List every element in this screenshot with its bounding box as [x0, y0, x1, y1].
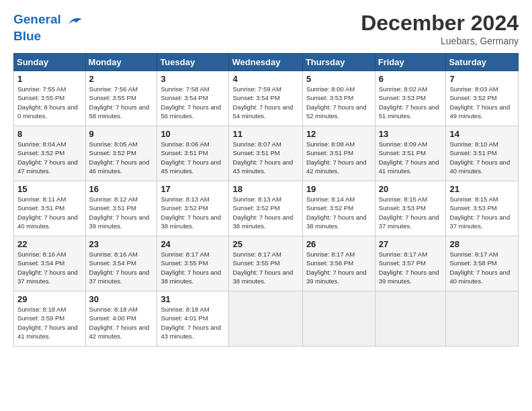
day-number: 11: [232, 129, 298, 139]
day-info: Sunrise: 8:13 AMSunset: 3:52 PMDaylight:…: [232, 195, 298, 230]
day-number: 6: [379, 74, 443, 84]
day-number: 18: [232, 184, 298, 194]
calendar-cell: 25Sunrise: 8:17 AMSunset: 3:55 PMDayligh…: [229, 236, 302, 291]
calendar-cell: 31Sunrise: 8:18 AMSunset: 4:01 PMDayligh…: [157, 291, 229, 347]
day-number: 16: [89, 184, 154, 194]
day-number: 27: [379, 239, 443, 249]
calendar-cell: 9Sunrise: 8:05 AMSunset: 3:52 PMDaylight…: [85, 126, 157, 181]
day-info: Sunrise: 8:18 AMSunset: 4:01 PMDaylight:…: [161, 305, 225, 340]
day-number: 4: [232, 74, 298, 84]
day-info: Sunrise: 8:07 AMSunset: 3:51 PMDaylight:…: [232, 140, 298, 175]
weekday-header-friday: Friday: [375, 54, 446, 71]
calendar-cell: 24Sunrise: 8:17 AMSunset: 3:55 PMDayligh…: [157, 236, 229, 291]
day-info: Sunrise: 8:14 AMSunset: 3:52 PMDaylight:…: [306, 195, 371, 230]
calendar-cell: 13Sunrise: 8:09 AMSunset: 3:51 PMDayligh…: [375, 126, 446, 181]
calendar-cell: [375, 291, 446, 347]
day-number: 31: [161, 294, 225, 304]
day-number: 22: [17, 239, 82, 249]
calendar-cell: 6Sunrise: 8:02 AMSunset: 3:53 PMDaylight…: [375, 71, 446, 126]
calendar-cell: [302, 291, 375, 347]
title-block: December 2024 Luebars, Germany: [361, 11, 519, 46]
calendar-cell: 21Sunrise: 8:15 AMSunset: 3:53 PMDayligh…: [446, 181, 519, 236]
day-number: 5: [306, 74, 371, 84]
day-number: 13: [379, 129, 443, 139]
location: Luebars, Germany: [361, 36, 519, 46]
day-info: Sunrise: 8:17 AMSunset: 3:56 PMDaylight:…: [306, 250, 371, 285]
calendar-cell: 1Sunrise: 7:55 AMSunset: 3:55 PMDaylight…: [14, 71, 86, 126]
day-number: 14: [449, 129, 515, 139]
day-info: Sunrise: 8:11 AMSunset: 3:51 PMDaylight:…: [17, 195, 82, 230]
calendar-cell: 14Sunrise: 8:10 AMSunset: 3:51 PMDayligh…: [446, 126, 519, 181]
header: General Blue December 2024 Luebars, Germ…: [13, 11, 519, 46]
logo: General Blue: [13, 11, 85, 44]
logo-bird-icon: [66, 11, 85, 30]
day-info: Sunrise: 7:55 AMSunset: 3:55 PMDaylight:…: [17, 85, 82, 120]
day-number: 28: [449, 239, 515, 249]
day-info: Sunrise: 8:16 AMSunset: 3:54 PMDaylight:…: [17, 250, 82, 285]
calendar-cell: 7Sunrise: 8:03 AMSunset: 3:52 PMDaylight…: [446, 71, 519, 126]
weekday-header-tuesday: Tuesday: [157, 54, 229, 71]
calendar-cell: 30Sunrise: 8:18 AMSunset: 4:00 PMDayligh…: [85, 291, 157, 347]
day-number: 25: [232, 239, 298, 249]
calendar-cell: 18Sunrise: 8:13 AMSunset: 3:52 PMDayligh…: [229, 181, 302, 236]
day-number: 30: [89, 294, 154, 304]
calendar-cell: 4Sunrise: 7:59 AMSunset: 3:54 PMDaylight…: [229, 71, 302, 126]
calendar-cell: 26Sunrise: 8:17 AMSunset: 3:56 PMDayligh…: [302, 236, 375, 291]
calendar-table: SundayMondayTuesdayWednesdayThursdayFrid…: [13, 53, 519, 347]
logo-blue: Blue: [13, 30, 85, 44]
day-number: 21: [449, 184, 515, 194]
day-info: Sunrise: 7:58 AMSunset: 3:54 PMDaylight:…: [161, 85, 225, 120]
day-number: 2: [89, 74, 154, 84]
weekday-header-sunday: Sunday: [14, 54, 86, 71]
calendar-cell: 29Sunrise: 8:18 AMSunset: 3:59 PMDayligh…: [14, 291, 86, 347]
calendar-cell: [229, 291, 302, 347]
day-number: 3: [161, 74, 225, 84]
day-info: Sunrise: 7:56 AMSunset: 3:55 PMDaylight:…: [89, 85, 154, 120]
day-number: 1: [17, 74, 82, 84]
calendar-cell: 8Sunrise: 8:04 AMSunset: 3:52 PMDaylight…: [14, 126, 86, 181]
logo-general: General: [13, 12, 61, 26]
calendar-cell: 17Sunrise: 8:13 AMSunset: 3:52 PMDayligh…: [157, 181, 229, 236]
calendar-cell: 3Sunrise: 7:58 AMSunset: 3:54 PMDaylight…: [157, 71, 229, 126]
day-info: Sunrise: 8:12 AMSunset: 3:51 PMDaylight:…: [89, 195, 154, 230]
day-info: Sunrise: 8:13 AMSunset: 3:52 PMDaylight:…: [161, 195, 225, 230]
calendar-cell: 23Sunrise: 8:16 AMSunset: 3:54 PMDayligh…: [85, 236, 157, 291]
day-number: 12: [306, 129, 371, 139]
day-info: Sunrise: 8:15 AMSunset: 3:53 PMDaylight:…: [449, 195, 515, 230]
month-title: December 2024: [361, 11, 519, 36]
calendar-cell: 2Sunrise: 7:56 AMSunset: 3:55 PMDaylight…: [85, 71, 157, 126]
day-number: 19: [306, 184, 371, 194]
day-info: Sunrise: 8:17 AMSunset: 3:57 PMDaylight:…: [379, 250, 443, 285]
day-info: Sunrise: 8:10 AMSunset: 3:51 PMDaylight:…: [449, 140, 515, 175]
calendar-cell: 20Sunrise: 8:15 AMSunset: 3:53 PMDayligh…: [375, 181, 446, 236]
day-info: Sunrise: 8:06 AMSunset: 3:51 PMDaylight:…: [161, 140, 225, 175]
day-info: Sunrise: 8:09 AMSunset: 3:51 PMDaylight:…: [379, 140, 443, 175]
day-number: 15: [17, 184, 82, 194]
day-info: Sunrise: 8:15 AMSunset: 3:53 PMDaylight:…: [379, 195, 443, 230]
calendar-cell: 27Sunrise: 8:17 AMSunset: 3:57 PMDayligh…: [375, 236, 446, 291]
day-info: Sunrise: 8:17 AMSunset: 3:55 PMDaylight:…: [161, 250, 225, 285]
day-info: Sunrise: 8:04 AMSunset: 3:52 PMDaylight:…: [17, 140, 82, 175]
calendar-cell: 5Sunrise: 8:00 AMSunset: 3:53 PMDaylight…: [302, 71, 375, 126]
day-number: 9: [89, 129, 154, 139]
day-info: Sunrise: 8:05 AMSunset: 3:52 PMDaylight:…: [89, 140, 154, 175]
day-info: Sunrise: 8:18 AMSunset: 3:59 PMDaylight:…: [17, 305, 82, 340]
day-info: Sunrise: 8:16 AMSunset: 3:54 PMDaylight:…: [89, 250, 154, 285]
calendar-cell: 10Sunrise: 8:06 AMSunset: 3:51 PMDayligh…: [157, 126, 229, 181]
weekday-header-thursday: Thursday: [302, 54, 375, 71]
calendar-cell: 11Sunrise: 8:07 AMSunset: 3:51 PMDayligh…: [229, 126, 302, 181]
day-info: Sunrise: 8:08 AMSunset: 3:51 PMDaylight:…: [306, 140, 371, 175]
day-info: Sunrise: 8:17 AMSunset: 3:58 PMDaylight:…: [449, 250, 515, 285]
day-number: 17: [161, 184, 225, 194]
calendar-cell: 16Sunrise: 8:12 AMSunset: 3:51 PMDayligh…: [85, 181, 157, 236]
day-number: 10: [161, 129, 225, 139]
calendar-cell: 28Sunrise: 8:17 AMSunset: 3:58 PMDayligh…: [446, 236, 519, 291]
day-number: 26: [306, 239, 371, 249]
calendar-cell: 19Sunrise: 8:14 AMSunset: 3:52 PMDayligh…: [302, 181, 375, 236]
day-info: Sunrise: 8:17 AMSunset: 3:55 PMDaylight:…: [232, 250, 298, 285]
day-number: 7: [449, 74, 515, 84]
day-number: 24: [161, 239, 225, 249]
page: General Blue December 2024 Luebars, Germ…: [0, 0, 532, 411]
day-info: Sunrise: 7:59 AMSunset: 3:54 PMDaylight:…: [232, 85, 298, 120]
weekday-header-monday: Monday: [85, 54, 157, 71]
